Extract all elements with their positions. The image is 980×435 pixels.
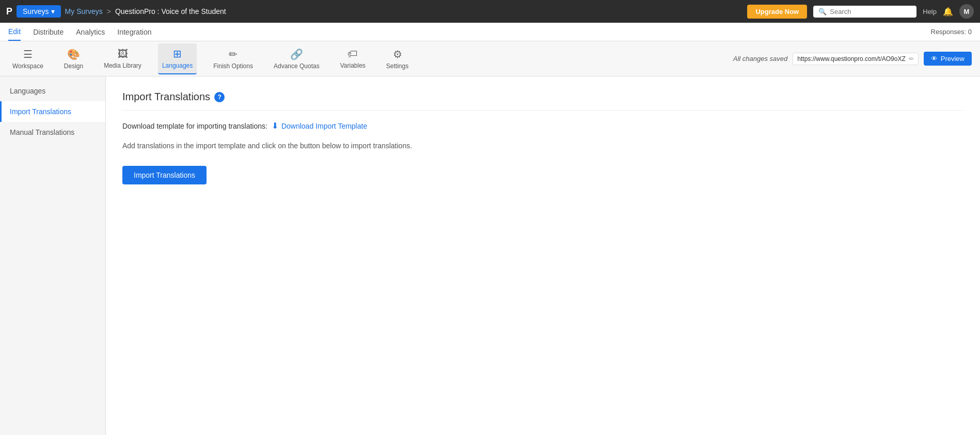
finish-options-label: Finish Options [213,63,253,70]
logo-letter: P [6,6,12,17]
responses-count: Responses: 0 [931,28,972,36]
settings-icon: ⚙ [393,48,402,60]
breadcrumb-separator: > [107,7,111,15]
toolbar: ☰ Workspace 🎨 Design 🖼 Media Library ⊞ L… [0,41,980,76]
save-status: All changes saved [733,55,788,63]
preview-button[interactable]: 👁 Preview [924,52,972,66]
help-label: Help [923,8,937,15]
user-avatar[interactable]: M [959,4,974,19]
download-link-label: Download Import Template [281,122,367,130]
download-row: Download template for importing translat… [122,121,963,131]
languages-icon: ⊞ [173,48,182,60]
toolbar-design[interactable]: 🎨 Design [60,44,87,74]
variables-label: Variables [340,62,366,69]
page-heading: Import Translations ? [122,91,963,111]
top-bar: P Surveys ▾ My Surveys > QuestionPro : V… [0,0,980,23]
toolbar-workspace[interactable]: ☰ Workspace [8,44,48,74]
surveys-button[interactable]: Surveys ▾ [17,5,61,18]
search-input[interactable] [830,8,911,15]
surveys-label: Surveys [23,7,49,15]
survey-url: https://www.questionpro.com/t/AO9oXZ [797,55,905,63]
main-content: Import Translations ? Download template … [106,76,980,435]
help-icon[interactable]: ? [214,92,225,102]
upgrade-button[interactable]: Upgrade Now [747,5,807,19]
variables-icon: 🏷 [347,48,358,60]
dropdown-icon: ▾ [51,7,55,15]
languages-label: Languages [162,62,193,69]
page-title: Import Translations [122,91,210,103]
workspace-label: Workspace [12,63,43,70]
search-box: 🔍 [813,6,916,18]
advance-quotas-label: Advance Quotas [274,63,320,70]
import-translations-button[interactable]: Import Translations [122,166,207,184]
design-icon: 🎨 [67,48,80,60]
secondary-nav: Edit Distribute Analytics Integration Re… [0,23,980,41]
preview-label: Preview [941,55,965,63]
top-bar-right: Upgrade Now 🔍 Help 🔔 M [747,4,974,19]
url-edit-icon[interactable]: ✏ [909,55,914,63]
workspace-icon: ☰ [23,48,33,60]
advance-quotas-icon: 🔗 [290,48,303,60]
nav-analytics[interactable]: Analytics [76,24,105,40]
breadcrumb-my-surveys[interactable]: My Surveys [65,7,103,15]
toolbar-finish-options[interactable]: ✏ Finish Options [209,44,257,74]
app-logo: P [6,6,12,17]
design-label: Design [64,63,83,70]
preview-eye-icon: 👁 [931,55,938,63]
breadcrumb-current: QuestionPro : Voice of the Student [115,7,226,15]
download-link[interactable]: ⬇ Download Import Template [272,121,367,131]
survey-url-box: https://www.questionpro.com/t/AO9oXZ ✏ [793,53,918,65]
notification-icon[interactable]: 🔔 [943,7,953,17]
download-prompt: Download template for importing translat… [122,122,267,130]
sidebar-item-import-translations[interactable]: Import Translations [0,101,105,122]
download-arrow-icon: ⬇ [272,121,278,131]
toolbar-settings[interactable]: ⚙ Settings [382,44,413,74]
media-library-label: Media Library [104,62,141,69]
breadcrumb: My Surveys > QuestionPro : Voice of the … [65,7,226,15]
toolbar-languages[interactable]: ⊞ Languages [158,43,197,74]
nav-distribute[interactable]: Distribute [33,24,64,40]
toolbar-right: All changes saved https://www.questionpr… [733,52,972,66]
toolbar-advance-quotas[interactable]: 🔗 Advance Quotas [270,44,324,74]
nav-integration[interactable]: Integration [117,24,151,40]
toolbar-variables[interactable]: 🏷 Variables [336,44,370,73]
sidebar: Languages Import Translations Manual Tra… [0,76,106,435]
search-icon: 🔍 [818,8,827,15]
media-library-icon: 🖼 [118,48,128,60]
sidebar-item-manual-translations[interactable]: Manual Translations [0,122,105,143]
finish-options-icon: ✏ [229,48,238,60]
sidebar-item-languages[interactable]: Languages [0,81,105,101]
nav-edit[interactable]: Edit [8,23,21,41]
instructions-text: Add translations in the import template … [122,140,963,151]
page-body: Languages Import Translations Manual Tra… [0,76,980,435]
settings-label: Settings [386,63,408,70]
toolbar-media-library[interactable]: 🖼 Media Library [100,44,146,73]
